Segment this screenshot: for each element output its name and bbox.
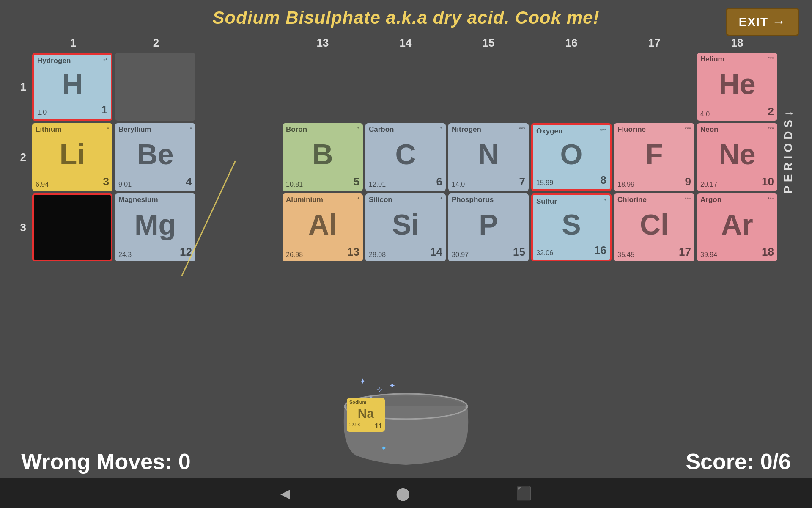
elem-symbol-B: B: [286, 133, 359, 175]
bottom-bar: Wrong Moves: 0 Score: 0/6: [0, 449, 812, 474]
elem-symbol-H: H: [37, 64, 107, 103]
table-row-3: 3 Magnesium Mg 24.3 12 Aluminium: [13, 193, 777, 261]
star-3: ✦: [389, 381, 395, 390]
elem-symbol-P: P: [452, 203, 525, 246]
periodic-table-area: 1 2 13 14 15 16 17 18 1 Hydrogen ** H 1.…: [0, 32, 812, 264]
elem-number-Cl: 17: [679, 246, 691, 259]
elem-stars-Be: *: [190, 126, 192, 132]
elem-symbol-Si: Si: [369, 203, 442, 246]
element-H[interactable]: Hydrogen ** H 1.0 1: [32, 53, 112, 121]
elem-stars-Al: *: [357, 196, 359, 202]
element-F[interactable]: Fluorine *** F 18.99 9: [614, 123, 694, 191]
elem-mass-Be: 9.01: [118, 181, 132, 188]
elem-number-C: 6: [436, 175, 442, 188]
element-Be[interactable]: Beryllium * Be 9.01 4: [115, 123, 195, 191]
row-label-1: 1: [13, 80, 30, 94]
col-header-15: 15: [448, 36, 529, 50]
na-symbol: Na: [349, 406, 382, 421]
elem-symbol-N: N: [452, 133, 525, 175]
elem-stars-S: *: [604, 198, 606, 204]
na-name: Sodium: [349, 400, 382, 405]
elem-number-He: 2: [768, 105, 774, 118]
element-P[interactable]: Phosphorus P 30.97 15: [448, 193, 529, 261]
elem-name-Ar: Argon: [700, 196, 721, 203]
score-display: Score: 0/6: [686, 449, 791, 474]
elem-stars-Ar: ***: [768, 196, 774, 202]
elem-symbol-Mg: Mg: [118, 203, 192, 246]
table-row-2: 2 Lithium * Li 6.94 3 Beryllium * B: [13, 123, 777, 191]
elem-stars-H: **: [103, 57, 107, 64]
elem-mass-Li: 6.94: [36, 181, 49, 188]
elem-number-Si: 14: [430, 246, 442, 259]
elem-mass-S: 32.06: [536, 249, 553, 257]
elem-number-Li: 3: [103, 175, 109, 188]
elem-stars-B: *: [357, 126, 359, 132]
element-Ar[interactable]: Argon *** Ar 39.94 18: [697, 193, 777, 261]
col-header-1: 1: [33, 36, 113, 50]
nav-back-button[interactable]: ◀: [280, 486, 290, 501]
elem-name-Ne: Neon: [700, 126, 719, 133]
row-label-3: 3: [13, 221, 30, 234]
elem-name-Cl: Chlorine: [617, 196, 647, 203]
elem-symbol-S: S: [536, 205, 606, 244]
elem-stars-Si: *: [440, 196, 442, 202]
elem-stars-He: ***: [768, 55, 774, 62]
elem-mass-P: 30.97: [452, 251, 469, 259]
col-header-17: 17: [614, 36, 694, 50]
element-S[interactable]: Sulfur * S 32.06 16: [531, 193, 612, 261]
element-Li[interactable]: Lithium * Li 6.94 3: [32, 123, 112, 191]
elem-number-Be: 4: [186, 175, 192, 188]
elem-mass-B: 10.81: [286, 181, 303, 188]
elem-mass-C: 12.01: [369, 181, 386, 188]
elem-mass-Ar: 39.94: [700, 251, 717, 259]
elem-symbol-He: He: [700, 63, 774, 105]
header: Sodium Bisulphate a.k.a dry acid. Cook m…: [0, 0, 812, 32]
page-title: Sodium Bisulphate a.k.a dry acid. Cook m…: [213, 8, 600, 28]
elem-symbol-Be: Be: [118, 133, 192, 175]
element-C[interactable]: Carbon * C 12.01 6: [365, 123, 446, 191]
elem-mass-Mg: 24.3: [118, 251, 132, 259]
col-headers: 1 2 13 14 15 16 17 18: [33, 36, 777, 50]
elem-name-F: Fluorine: [617, 126, 646, 133]
nav-recents-button[interactable]: ⬛: [516, 486, 532, 501]
element-He[interactable]: Helium *** He 4.0 2: [697, 53, 777, 121]
element-Al[interactable]: Aluminium * Al 26.98 13: [283, 193, 363, 261]
element-Cl[interactable]: Chlorine *** Cl 35.45 17: [614, 193, 694, 261]
element-Mg[interactable]: Magnesium Mg 24.3 12: [115, 193, 195, 261]
elem-number-H: 1: [102, 103, 107, 116]
elem-stars-F: ***: [685, 126, 691, 132]
exit-button[interactable]: EXIT: [726, 8, 799, 36]
elem-number-Ar: 18: [762, 246, 774, 259]
element-Si[interactable]: Silicon * Si 28.08 14: [365, 193, 446, 261]
elem-name-H: Hydrogen: [37, 57, 71, 64]
elem-mass-He: 4.0: [700, 110, 710, 118]
wrong-moves-display: Wrong Moves: 0: [21, 449, 191, 474]
elem-stars-N: ***: [519, 126, 525, 132]
col-header-16: 16: [531, 36, 612, 50]
col-header-13: 13: [283, 36, 363, 50]
elem-number-O: 8: [601, 174, 606, 187]
element-N[interactable]: Nitrogen *** N 14.0 7: [448, 123, 529, 191]
element-Na-card[interactable]: Sodium Na 22.98 11: [347, 398, 385, 432]
elem-name-O: Oxygen: [536, 127, 562, 135]
elem-symbol-Al: Al: [286, 203, 359, 246]
nav-home-button[interactable]: ⬤: [396, 486, 410, 501]
element-empty-r1c2: [115, 53, 195, 121]
elem-number-F: 9: [685, 175, 691, 188]
elem-name-S: Sulfur: [536, 198, 557, 205]
element-Na-slot[interactable]: [32, 193, 112, 261]
elem-number-P: 15: [513, 246, 525, 259]
elem-symbol-C: C: [369, 133, 442, 175]
element-Ne[interactable]: Neon *** Ne 20.17 10: [697, 123, 777, 191]
elem-mass-N: 14.0: [452, 181, 465, 188]
elem-name-N: Nitrogen: [452, 126, 481, 133]
elem-symbol-F: F: [617, 133, 691, 175]
elem-name-Al: Aluminium: [286, 196, 323, 203]
table-container: 1 2 13 14 15 16 17 18 1 Hydrogen ** H 1.…: [13, 36, 777, 264]
element-B[interactable]: Boron * B 10.81 5: [283, 123, 363, 191]
elem-mass-H: 1.0: [37, 109, 47, 116]
elem-name-Si: Silicon: [369, 196, 392, 203]
periods-label: PERIODS↓: [777, 36, 799, 264]
elem-name-He: Helium: [700, 55, 724, 63]
element-O[interactable]: Oxygen *** O 15.99 8: [531, 123, 612, 191]
